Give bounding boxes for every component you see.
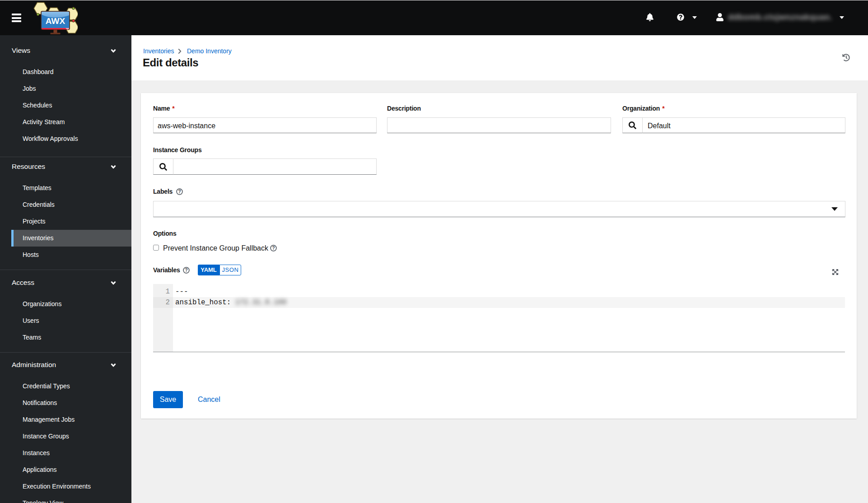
svg-text:?: ?	[272, 246, 275, 251]
svg-text:?: ?	[185, 268, 187, 273]
svg-text:?: ?	[178, 189, 181, 194]
svg-text:AWX: AWX	[46, 16, 65, 26]
